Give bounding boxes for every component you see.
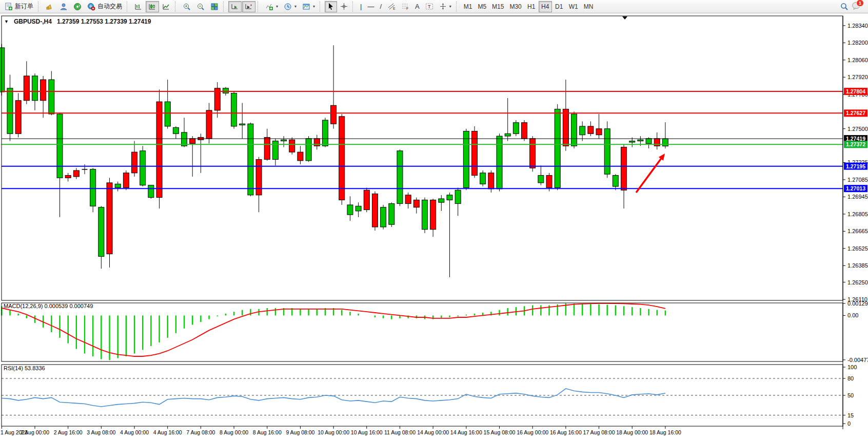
candle-body — [182, 132, 187, 146]
candle-body — [281, 140, 287, 141]
candle-body — [372, 194, 378, 227]
candle-body — [298, 152, 303, 161]
trend-arrow-annotation — [636, 158, 662, 193]
time-tick-label: 14 Aug 16:00 — [450, 429, 482, 435]
time-tick-label: 15 Aug 08:00 — [484, 429, 516, 435]
candle-body — [488, 173, 494, 189]
candle-body — [165, 102, 170, 126]
candle-body — [0, 48, 5, 92]
candle-body — [289, 140, 295, 152]
price-badge-label: 1.27804 — [846, 88, 865, 94]
pane-border — [2, 16, 843, 300]
symbol-period-label: GBPUSD-,H4 — [14, 18, 52, 25]
rsi-tick-label: 0 — [847, 421, 851, 427]
price-tick-label: 1.28340 — [847, 23, 868, 29]
time-tick-label: 4 Aug 16:00 — [153, 429, 182, 435]
rsi-label: RSI(14) 53.8336 — [4, 365, 45, 371]
price-tick-label: 1.27085 — [847, 177, 868, 183]
candle-body — [156, 102, 162, 197]
time-tick-label: 16 Aug 00:00 — [517, 429, 548, 435]
candle-body — [505, 133, 510, 136]
candle-body — [41, 80, 46, 101]
collapse-triangle-icon[interactable]: ▼ — [4, 19, 9, 24]
ohlc-values: 1.27359 1.27553 1.27339 1.27419 — [57, 18, 151, 25]
time-tick-label: 7 Aug 08:00 — [186, 429, 215, 435]
candle-body — [73, 170, 79, 177]
candle-body — [107, 183, 112, 254]
candle-body — [306, 139, 311, 161]
candle-body — [322, 120, 328, 146]
candle-body — [555, 109, 560, 187]
price-tick-label: 1.26805 — [847, 211, 868, 217]
time-tick-label: 4 Aug 00:00 — [120, 429, 149, 435]
candle-body — [356, 206, 361, 211]
price-badge-label: 1.27013 — [846, 185, 865, 192]
time-tick-label: 18 Aug 16:00 — [649, 429, 681, 435]
candle-body — [123, 173, 129, 188]
candle-body — [140, 151, 146, 185]
candle-body — [389, 204, 394, 225]
candle-body — [413, 200, 419, 207]
candle-body — [580, 126, 585, 135]
rsi-line — [2, 389, 665, 407]
candle-body — [65, 176, 71, 178]
candle-body — [347, 205, 353, 215]
terminal-window: 新订单 自动交易 — [0, 0, 868, 439]
price-tick-label: 1.26665 — [847, 228, 868, 234]
time-tick-label: 10 Aug 16:00 — [351, 429, 383, 435]
candle-body — [148, 185, 154, 198]
candle-body — [538, 176, 544, 183]
candle-body — [132, 152, 137, 173]
time-tick-label: 8 Aug 16:00 — [253, 429, 282, 435]
candle-body — [546, 176, 552, 188]
price-badge-label: 1.27195 — [846, 163, 865, 169]
time-tick-label: 10 Aug 00:00 — [318, 429, 349, 435]
candle-body — [256, 160, 262, 195]
candle-body — [339, 117, 345, 200]
price-tick-label: 1.27920 — [847, 74, 868, 80]
candle-body — [90, 169, 96, 206]
candle-body — [240, 124, 245, 125]
macd-tick-label: 0.00 — [847, 312, 858, 318]
price-badge-label: 1.27419 — [846, 136, 865, 142]
candle-body — [231, 93, 237, 126]
candle-body — [588, 126, 594, 133]
candle-body — [463, 131, 469, 188]
candle-body — [190, 139, 195, 144]
time-tick-label: 11 Aug 08:00 — [384, 429, 416, 435]
chart-title-bar: ▼ GBPUSD-,H4 1.27359 1.27553 1.27339 1.2… — [4, 18, 151, 25]
candle-body — [223, 88, 228, 93]
candle-body — [629, 141, 635, 142]
candle-body — [638, 140, 643, 141]
candle-body — [563, 109, 568, 146]
rsi-tick-label: 15 — [847, 412, 854, 418]
time-tick-label: 2 Aug 00:00 — [21, 429, 49, 435]
price-tick-label: 1.26525 — [847, 245, 868, 252]
candle-body — [613, 176, 618, 187]
rsi-tick-label: 50 — [847, 392, 854, 398]
price-badge-label: 1.27372 — [846, 141, 865, 147]
chart-canvas[interactable]: 1.283401.282001.280601.279201.277801.275… — [0, 0, 868, 439]
candle-body — [604, 129, 610, 174]
candle-body — [57, 114, 63, 178]
macd-tick-label: -0.004777 — [847, 357, 868, 363]
candle-doji — [82, 169, 88, 170]
price-badge-label: 1.27627 — [846, 110, 865, 116]
candle-body — [522, 123, 527, 139]
candle-body — [49, 80, 54, 114]
candle-body — [264, 137, 270, 159]
candle-body — [32, 76, 37, 101]
rsi-tick-label: 100 — [847, 364, 857, 370]
candle-body — [530, 139, 536, 168]
candle-body — [430, 200, 436, 229]
time-tick-label: 8 Aug 00:00 — [220, 429, 248, 435]
candle-body — [24, 76, 29, 101]
rsi-tick-label: 80 — [847, 375, 854, 381]
candle-body — [381, 207, 386, 227]
candle-body — [397, 151, 403, 204]
candle-body — [272, 141, 278, 160]
chart-shift-marker — [622, 16, 627, 20]
price-tick-label: 1.26250 — [847, 279, 868, 285]
time-tick-label: 17 Aug 08:00 — [583, 429, 615, 435]
price-tick-label: 1.28060 — [847, 57, 868, 63]
